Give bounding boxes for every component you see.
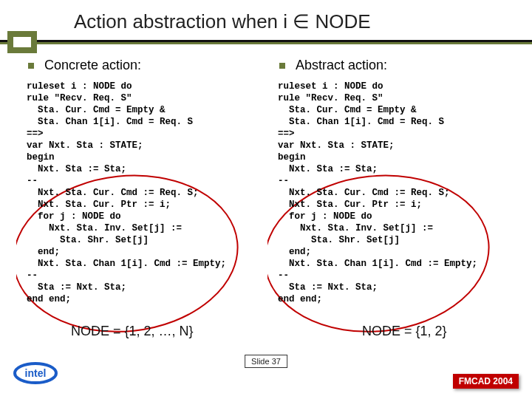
right-code-block: ruleset i : NODE do rule "Recv. Req. S" … — [278, 81, 517, 305]
right-heading: Abstract action: — [296, 58, 387, 73]
left-note: NODE = {1, 2, …, N} — [71, 324, 194, 339]
right-heading-row: Abstract action: — [279, 58, 517, 73]
title-underline — [0, 40, 532, 44]
intel-logo: intel — [13, 361, 58, 386]
footer-badge: FMCAD 2004 — [453, 374, 519, 389]
left-heading: Concrete action: — [44, 58, 141, 73]
left-heading-row: Concrete action: — [28, 58, 266, 73]
slide-title: Action abstraction when i ∈ NODE — [74, 10, 371, 33]
corner-box — [7, 31, 37, 53]
right-column: Abstract action: ruleset i : NODE do rul… — [273, 58, 517, 305]
svg-text:intel: intel — [25, 367, 47, 379]
right-note: NODE = {1, 2} — [362, 324, 447, 339]
square-bullet-icon — [279, 63, 285, 69]
left-column: Concrete action: ruleset i : NODE do rul… — [22, 58, 266, 305]
columns: Concrete action: ruleset i : NODE do rul… — [22, 58, 517, 305]
left-code-block: ruleset i : NODE do rule "Recv. Req. S" … — [27, 81, 266, 305]
slide-number: Slide 37 — [245, 355, 287, 368]
square-bullet-icon — [28, 63, 34, 69]
